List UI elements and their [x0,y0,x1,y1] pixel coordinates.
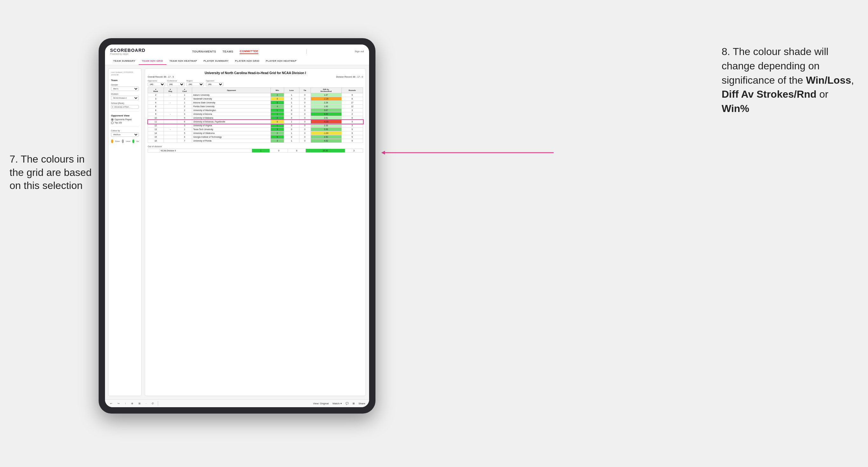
logo-area: SCOREBOARD Powered by clippd [110,48,146,55]
radio-top-100[interactable]: Top 100 [111,122,139,124]
table-row: 13 - 1 Texas Tech University 3 0 0 5.56 … [148,128,363,131]
toolbar-comment[interactable]: 💬 [345,402,349,405]
colour-by-label: Colour by [111,129,139,132]
opponents-filter-select[interactable]: (All) [148,83,165,86]
toolbar-dot[interactable]: · [145,402,148,406]
filter-row: Opponents: (All) Conference (All) Region [148,80,363,86]
right-panel: University of North Carolina Head-to-Hea… [145,68,366,396]
division-select[interactable]: NCAA Division I [111,96,139,100]
gender-label: Gender [111,84,139,86]
radio-opponents-played[interactable]: Opponents Played [111,118,139,121]
toolbar-view: View: Original Watch ▾ 💬 ⊞ Share [313,402,365,405]
region-filter-select[interactable]: (All) [186,83,204,86]
nav-tournaments[interactable]: TOURNAMENTS [192,49,216,54]
table-row: 9 - 3 University of Arizona 1 0 0 9.00 2 [148,112,363,116]
col-rounds: Rounds [341,88,363,93]
school-label: School (Rank) [111,102,139,104]
toolbar-separator [158,401,158,406]
toolbar-undo[interactable]: ↩ [109,402,114,406]
sign-out-link[interactable]: Sign out [355,50,364,53]
out-of-division-table: NCAA Division II 1 0 0 26.00 3 [148,149,363,153]
gender-select[interactable]: Men's [111,87,139,91]
col-diff: Diff AvStrokes/Rnd [311,88,341,93]
col-loss: Loss [284,88,299,93]
col-reg: #Reg [163,88,177,93]
col-win: Win [271,88,284,93]
radio-group: Opponents Played Top 100 [111,118,139,124]
table-row: 11 6 University of Arkansas, Fayettevill… [148,120,363,124]
filter-opponents: Opponents: (All) [148,80,165,86]
tablet-screen: SCOREBOARD Powered by clippd TOURNAMENTS… [105,44,369,407]
left-panel: Last Updated: 27/03/2024 16:55:38 Team G… [108,68,142,396]
bottom-toolbar: ↩ ↪ ↑ ⊕ ⊞ · ⏱ View: Original Watch ▾ 💬 ⊞… [105,399,369,407]
toolbar-clock[interactable]: ⏱ [150,402,155,406]
grid-title: University of North Carolina Head-to-Hea… [148,71,363,75]
toolbar-add[interactable]: ⊕ [130,402,134,406]
sub-nav-player-h2h-grid[interactable]: PLAYER H2H GRID [232,58,263,65]
toolbar-redo[interactable]: ↪ [116,402,121,406]
sub-nav: TEAM SUMMARY TEAM H2H GRID TEAM H2H HEAT… [110,58,364,65]
annotation-right: 8. The colour shade will change dependin… [722,44,855,116]
logo-subtitle: Powered by clippd [110,53,146,55]
nav-committee[interactable]: COMMITTEE [240,49,258,54]
legend-row: Down Level Up [111,139,139,143]
table-row: 4 - 1 Arizona State University 5 1 0 2.2… [148,101,363,105]
toolbar-layout[interactable]: ⊞ [352,402,355,405]
table-row: 6 2 Florida State University 4 2 0 1.83 … [148,105,363,108]
out-of-division: Out of division NCAA Division II 1 0 0 2… [148,145,363,153]
tablet-frame: SCOREBOARD Powered by clippd TOURNAMENTS… [99,38,375,413]
division-label: Division [111,93,139,95]
col-conf: #Conf [177,88,192,93]
legend-up-label: Up [136,140,139,142]
opponent-view-title: Opponent View [111,114,139,117]
sub-nav-team-h2h-grid[interactable]: TEAM H2H GRID [139,58,166,65]
colour-by-select[interactable]: Win/loss [111,132,139,137]
filter-opponent: Opponent (All) [206,80,223,86]
filter-region: Region (All) [186,80,204,86]
filter-conference: Conference (All) [167,80,185,86]
table-row: 8 2 University of Washington 1 0 0 3.67 … [148,108,363,112]
sub-nav-player-summary[interactable]: PLAYER SUMMARY [200,58,231,65]
legend-up-dot [132,139,134,143]
grid-record: Overall Record: 89 - 17 - 0 Division Rec… [148,76,363,78]
table-row: 2 - 1 Auburn University 2 1 0 1.67 9 [148,93,363,97]
data-table: #Rank #Reg #Conf Opponent Win Loss Tie D… [148,88,363,143]
conference-filter-select[interactable]: (All) [167,83,185,86]
svg-marker-3 [381,151,385,155]
nav-links: TOURNAMENTS TEAMS COMMITTEE [192,49,258,54]
table-row: 10 5 University of Alabama 3 0 0 2.61 8 [148,116,363,120]
sub-nav-team-summary[interactable]: TEAM SUMMARY [110,58,139,65]
legend-down-label: Down [115,140,120,142]
col-opponent: Opponent [192,88,271,93]
col-rank: #Rank [148,88,164,93]
table-row: 16 7 University of Florida 3 1 0 4.62 9 [148,139,363,143]
table-row: 14 5 University of Oklahoma 2 1 0 -1.00 … [148,131,363,135]
table-row: NCAA Division II 1 0 0 26.00 3 [148,149,363,153]
table-row: 12 3 University of Virginia 1 0 0 2.33 3 [148,124,363,128]
main-content: Last Updated: 27/03/2024 16:55:38 Team G… [105,65,369,399]
team-section-title: Team [111,79,139,82]
logo-text: SCOREBOARD [110,48,146,53]
school-input[interactable] [111,105,139,109]
toolbar-watch[interactable]: Watch ▾ [333,402,342,405]
last-updated: Last Updated: 27/03/2024 16:55:38 [111,71,139,76]
nav-teams[interactable]: TEAMS [222,49,233,54]
view-original-label: View: Original [313,402,329,405]
sub-nav-team-h2h-heatmap[interactable]: TEAM H2H HEATMAP [166,58,200,65]
toolbar-grid[interactable]: ⊞ [137,402,142,406]
col-tie: Tie [299,88,311,93]
annotation-left: 7. The colours in the grid are based on … [9,153,99,192]
table-row: 15 4 Georgia Institute of Technology 5 0… [148,135,363,139]
table-row: 3 2 Vanderbilt University 0 4 0 -2.29 8 [148,97,363,101]
legend-level-dot [122,139,124,143]
opponent-filter-select[interactable]: (All) [206,83,223,86]
legend-down-dot [111,139,113,143]
app-header: SCOREBOARD Powered by clippd TOURNAMENTS… [105,44,369,65]
sub-nav-player-h2h-heatmap[interactable]: PLAYER H2H HEATMAP [262,58,300,65]
toolbar-up[interactable]: ↑ [123,402,127,406]
legend-level-label: Level [126,140,130,142]
toolbar-share[interactable]: Share [359,402,365,405]
